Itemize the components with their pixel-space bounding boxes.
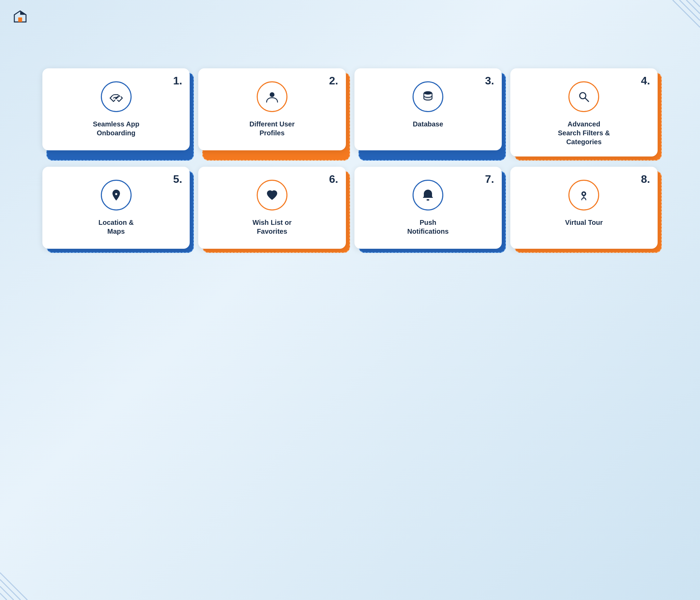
card-front-2: 2.Different UserProfiles	[198, 68, 346, 150]
svg-line-6	[0, 586, 14, 600]
card-label-8: Virtual Tour	[565, 218, 603, 227]
card-number-1: 1.	[173, 74, 183, 87]
svg-line-5	[0, 579, 21, 600]
card-front-3: 3.Database	[354, 68, 502, 150]
svg-line-4	[0, 573, 27, 600]
card-icon-6	[257, 180, 287, 210]
card-label-3: Database	[413, 120, 443, 128]
card-label-4: AdvancedSearch Filters &Categories	[558, 120, 610, 146]
feature-card-3: 3.Database	[354, 68, 502, 156]
card-number-8: 8.	[641, 173, 650, 186]
page-title	[14, 30, 686, 51]
svg-point-17	[115, 193, 117, 195]
logo-icon	[14, 10, 27, 23]
svg-line-7	[0, 593, 7, 600]
features-grid: 1.Seamless AppOnboarding2.Different User…	[42, 68, 658, 249]
card-icon-8	[568, 180, 599, 210]
svg-line-15	[585, 98, 589, 101]
card-front-7: 7.PushNotifications	[354, 167, 502, 249]
svg-line-2	[686, 0, 700, 14]
card-front-5: 5.Location &Maps	[42, 167, 190, 249]
feature-card-8: 8.Virtual Tour	[510, 167, 658, 249]
card-number-4: 4.	[641, 74, 650, 87]
svg-point-11	[270, 92, 274, 97]
svg-point-20	[583, 193, 585, 195]
card-number-2: 2.	[329, 74, 338, 87]
card-label-2: Different UserProfiles	[250, 120, 295, 137]
svg-line-3	[693, 0, 700, 7]
feature-card-7: 7.PushNotifications	[354, 167, 502, 249]
card-label-6: Wish List orFavorites	[253, 218, 292, 236]
title-section	[14, 30, 686, 51]
feature-card-6: 6.Wish List orFavorites	[198, 167, 346, 249]
card-label-5: Location &Maps	[98, 218, 134, 236]
card-front-4: 4.AdvancedSearch Filters &Categories	[510, 68, 658, 156]
card-icon-2	[257, 81, 287, 112]
svg-point-13	[424, 97, 432, 100]
card-label-1: Seamless AppOnboarding	[93, 120, 139, 137]
feature-card-2: 2.Different UserProfiles	[198, 68, 346, 156]
card-number-6: 6.	[329, 173, 338, 186]
card-icon-7	[413, 180, 443, 210]
header	[14, 10, 686, 23]
card-icon-4	[568, 81, 599, 112]
feature-card-4: 4.AdvancedSearch Filters &Categories	[510, 68, 658, 156]
card-icon-3	[413, 81, 443, 112]
card-number-3: 3.	[485, 74, 494, 87]
svg-rect-10	[18, 17, 22, 22]
svg-point-12	[424, 91, 432, 95]
card-icon-5	[101, 180, 132, 210]
card-label-7: PushNotifications	[407, 218, 449, 236]
svg-rect-18	[427, 199, 429, 201]
card-number-5: 5.	[173, 173, 183, 186]
card-icon-1	[101, 81, 132, 112]
card-number-7: 7.	[485, 173, 494, 186]
feature-card-5: 5.Location &Maps	[42, 167, 190, 249]
card-front-1: 1.Seamless AppOnboarding	[42, 68, 190, 150]
feature-card-1: 1.Seamless AppOnboarding	[42, 68, 190, 156]
deco-bottom-left-icon	[0, 559, 41, 600]
logo	[14, 10, 29, 23]
card-front-8: 8.Virtual Tour	[510, 167, 658, 249]
card-front-6: 6.Wish List orFavorites	[198, 167, 346, 249]
